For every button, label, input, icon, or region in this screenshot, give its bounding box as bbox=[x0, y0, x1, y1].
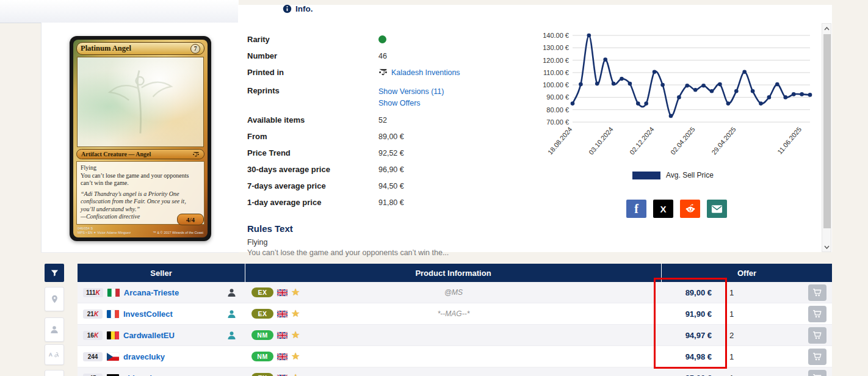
cart-cell bbox=[779, 349, 832, 365]
condition-badge[interactable]: EX bbox=[251, 287, 273, 297]
svg-text:29.04.2025: 29.04.2025 bbox=[710, 126, 737, 156]
seller-cell: 45eldorado bbox=[78, 374, 245, 376]
seller-link[interactable]: eldorado bbox=[123, 374, 157, 376]
detail-value: Kaladesh Inventions bbox=[378, 68, 460, 77]
header-seller: Seller bbox=[78, 264, 245, 282]
mana-cost-icon: 7 bbox=[190, 44, 200, 54]
filter-seller-button[interactable] bbox=[45, 317, 64, 342]
condition-badge[interactable]: EX bbox=[251, 373, 273, 376]
scrollbar-down-arrow[interactable] bbox=[822, 242, 831, 251]
top-tab-strip bbox=[0, 0, 239, 23]
svg-text:A: A bbox=[49, 352, 52, 358]
header-product-information: Product Information bbox=[245, 264, 662, 282]
facebook-share-button[interactable]: f bbox=[626, 200, 646, 218]
artist-name: Victor Adame Minguez bbox=[97, 231, 131, 234]
product-info-cell: EX★*--MAG--* bbox=[245, 303, 662, 324]
condition-group: EX★ bbox=[251, 303, 300, 324]
condition-badge[interactable]: NM bbox=[251, 330, 273, 340]
detail-value: 91,80 € bbox=[378, 198, 404, 207]
email-share-button[interactable] bbox=[707, 200, 727, 218]
add-to-cart-button[interactable] bbox=[808, 349, 826, 365]
cart-icon bbox=[812, 308, 823, 319]
price-history-chart: 140.00 €130.00 €120.00 €110.00 €100.00 €… bbox=[527, 22, 820, 164]
detail-row: Rarity bbox=[247, 31, 534, 48]
user-icon bbox=[49, 325, 59, 334]
info-link[interactable]: Info. bbox=[283, 4, 313, 13]
scrollbar bbox=[822, 23, 831, 252]
offer-quantity: 1 bbox=[724, 309, 779, 319]
condition-badge[interactable]: EX bbox=[251, 309, 273, 319]
condition-group: EX★ bbox=[251, 282, 300, 303]
offer-price: 94,98 € bbox=[662, 352, 724, 361]
detail-row: 30-days average price96,90 € bbox=[247, 161, 534, 178]
condition-badge[interactable]: NM bbox=[251, 352, 273, 361]
detail-row: Printed inKaladesh Inventions bbox=[247, 64, 534, 81]
card-flavor-text: “Adi Thandray’s angel is a Priority One … bbox=[81, 190, 200, 214]
show-versions-link[interactable]: Show Versions (11) bbox=[378, 86, 444, 98]
offer-row: 111KArcana-TriesteEX★@MS89,00 €1 bbox=[78, 282, 832, 303]
offer-comment: @MS bbox=[444, 288, 463, 297]
condition-group: NM★ bbox=[251, 346, 300, 367]
svg-text:90.00 €: 90.00 € bbox=[546, 93, 569, 101]
scrollbar-thumb[interactable] bbox=[823, 34, 831, 228]
add-to-cart-button[interactable] bbox=[808, 370, 826, 376]
x-share-button[interactable]: X bbox=[653, 200, 673, 218]
filter-button[interactable] bbox=[45, 264, 64, 282]
seller-link[interactable]: Arcana-Trieste bbox=[124, 288, 179, 297]
reddit-share-button[interactable] bbox=[680, 200, 700, 218]
flag-de-icon bbox=[107, 374, 119, 376]
seller-link[interactable]: InvestCollect bbox=[123, 309, 173, 319]
cart-cell bbox=[779, 327, 832, 344]
seller-link[interactable]: dravecluky bbox=[123, 352, 165, 361]
svg-text:03.10.2024: 03.10.2024 bbox=[587, 126, 615, 156]
add-to-cart-button[interactable] bbox=[808, 327, 826, 344]
show-offers-link[interactable]: Show Offers bbox=[378, 98, 444, 109]
offer-comment: *--MAG--* bbox=[438, 309, 470, 318]
svg-text:80.00 €: 80.00 € bbox=[546, 106, 569, 114]
detail-label: Reprints bbox=[247, 86, 378, 95]
rules-text-line: Flying bbox=[247, 238, 267, 247]
share-buttons: f X bbox=[626, 200, 727, 218]
condition-group: NM★ bbox=[251, 325, 300, 345]
add-to-cart-button[interactable] bbox=[808, 306, 826, 322]
detail-label: Printed in bbox=[247, 68, 378, 77]
detail-row: 1-day average price91,80 € bbox=[247, 194, 534, 211]
card-bottom-info: 046/054 S MPS • EN ✦ Victor Adame Mingue… bbox=[76, 225, 204, 235]
filter-condition-button[interactable] bbox=[45, 370, 64, 376]
detail-value: 89,00 € bbox=[378, 132, 404, 141]
card-art bbox=[77, 57, 204, 147]
flag-be-icon bbox=[107, 331, 119, 339]
scrollbar-up-arrow[interactable] bbox=[822, 24, 831, 33]
svg-text:130.00 €: 130.00 € bbox=[543, 44, 569, 51]
detail-row: ReprintsShow Versions (11)Show Offers bbox=[247, 81, 534, 112]
filter-language-button[interactable]: A bbox=[45, 344, 64, 365]
detail-value bbox=[378, 35, 386, 43]
product-info-cell: EX★ bbox=[245, 367, 662, 376]
flag-gb-icon bbox=[277, 332, 288, 339]
copyright-line: ™ & © 2017 Wizards of the Coast bbox=[153, 231, 203, 235]
collector-number: 046/054 S bbox=[78, 226, 131, 231]
set-lang: MPS • EN bbox=[78, 231, 93, 234]
rules-text-line-clipped: You can’t lose the game and your opponen… bbox=[247, 248, 449, 257]
professional-seller-icon bbox=[226, 330, 237, 341]
card-rules-line: Flying bbox=[81, 164, 200, 172]
add-to-cart-button[interactable] bbox=[808, 284, 826, 301]
product-info-cell: NM★ bbox=[245, 325, 662, 345]
detail-label: 30-days average price bbox=[247, 165, 378, 174]
detail-value: 46 bbox=[378, 52, 387, 60]
flag-gb-icon bbox=[277, 311, 288, 317]
svg-text:02.04.2025: 02.04.2025 bbox=[669, 126, 696, 156]
seller-link[interactable]: CardwalletEU bbox=[123, 331, 175, 340]
detail-row: Available items52 bbox=[247, 112, 534, 128]
svg-text:140.00 €: 140.00 € bbox=[543, 32, 569, 39]
flag-fr-icon bbox=[107, 310, 119, 318]
card-image-panel: Platinum Angel 7 Artifact Creature — Ang… bbox=[41, 23, 239, 253]
seller-cell: 111KArcana-Trieste bbox=[78, 287, 245, 298]
rarity-dot-icon bbox=[378, 35, 386, 43]
set-link[interactable]: Kaladesh Inventions bbox=[391, 68, 460, 77]
svg-text:120.00 €: 120.00 € bbox=[543, 57, 569, 64]
filter-location-button[interactable] bbox=[45, 287, 64, 311]
professional-seller-icon bbox=[226, 309, 237, 319]
detail-value: Show Versions (11)Show Offers bbox=[378, 86, 444, 109]
filter-sidebar: A bbox=[45, 264, 64, 376]
